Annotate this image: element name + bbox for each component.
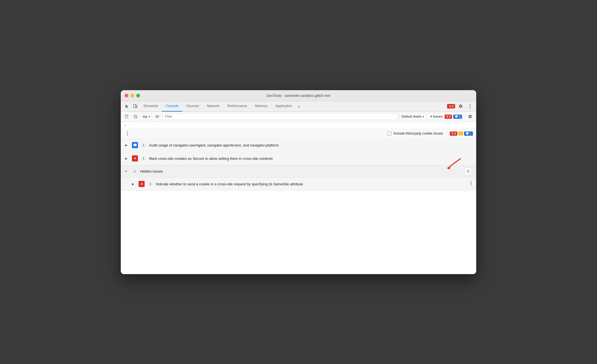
log-level-selector[interactable]: Default levels ▾ <box>400 113 426 120</box>
svg-point-7 <box>155 115 159 118</box>
svg-point-4 <box>470 107 470 108</box>
tab-application[interactable]: Application <box>271 101 296 112</box>
clear-console-button[interactable] <box>123 113 130 120</box>
devtools-window: DevTools - samesite-sandbox.glitch.me/ E… <box>121 90 476 274</box>
tab-actions: ✕ 3 <box>447 102 474 110</box>
issue-row[interactable]: ▶ 1 Audit usage of navigator.userAgent, … <box>121 139 476 152</box>
third-party-label: Include third-party cookie issues <box>393 132 443 135</box>
tab-console[interactable]: Console <box>162 101 182 112</box>
no-filter-button[interactable] <box>132 113 139 120</box>
sub-issue-text: Indicate whether to send a cookie in a c… <box>156 182 468 186</box>
svg-line-6 <box>134 115 137 118</box>
panel-error-badge: ✕ 3 <box>450 132 457 136</box>
tab-overflow-button[interactable]: » <box>296 104 302 108</box>
expand-issue-button[interactable]: ▶ <box>125 157 129 160</box>
info-issues-badge: 💬 1 <box>453 115 462 119</box>
minimize-button[interactable] <box>131 94 134 97</box>
hidden-issues-section: ▾ 2 Hidden issues <box>121 165 476 178</box>
svg-rect-0 <box>134 104 136 108</box>
cursor-icon[interactable] <box>123 102 131 110</box>
error-sub-issue-icon: ✕ <box>139 181 145 187</box>
svg-point-11 <box>127 135 128 135</box>
tabs-list: Elements Console Sources Network Perform… <box>140 101 447 112</box>
titlebar: DevTools - samesite-sandbox.glitch.me/ <box>121 90 476 101</box>
console-toolbar: top ▾ Default levels ▾ 4 Issues: ✕ 3 💬 1 <box>121 112 476 122</box>
tab-sources[interactable]: Sources <box>182 101 203 112</box>
more-options-button[interactable] <box>466 102 474 110</box>
x-icon: ✕ <box>446 115 448 118</box>
issues-more-menu-button[interactable] <box>124 130 131 137</box>
close-issues-button[interactable]: ✕ <box>469 131 472 136</box>
sub-issue-count-bubble: 2 <box>147 181 153 187</box>
svg-rect-1 <box>136 105 137 108</box>
devtools-tabs-bar: Elements Console Sources Network Perform… <box>121 101 476 112</box>
chevron-down-icon: ▾ <box>423 115 424 118</box>
chat-icon: 💬 <box>455 115 458 118</box>
x-icon: ✕ <box>451 132 454 135</box>
issue-count-bubble: 1 <box>141 142 146 148</box>
traffic-lights <box>125 94 140 97</box>
issue-text: Mark cross-site cookies as Secure to all… <box>149 156 469 161</box>
tab-memory[interactable]: Memory <box>251 101 271 112</box>
content-area: › Include third-party cookie issues ✕ 3 … <box>121 122 476 274</box>
hidden-count-bubble: 2 <box>132 169 137 174</box>
sub-issue-more-button[interactable] <box>471 181 472 187</box>
settings-button[interactable] <box>457 102 465 110</box>
error-issues-badge: ✕ 3 <box>445 115 452 119</box>
context-selector[interactable]: top ▾ <box>141 113 152 120</box>
svg-point-13 <box>471 181 471 182</box>
issue-row[interactable]: ▶ ✕ 1 Mark cross-site cookies as Secure … <box>121 152 476 165</box>
svg-point-8 <box>157 116 158 117</box>
third-party-checkbox[interactable] <box>387 132 391 135</box>
svg-point-10 <box>127 133 128 134</box>
hidden-issues-label: Hidden issues <box>140 169 462 173</box>
error-icon: ✕ <box>449 105 451 108</box>
tab-network[interactable]: Network <box>203 101 224 112</box>
expand-top-button[interactable]: › <box>121 122 476 129</box>
issues-settings-button[interactable] <box>466 113 474 120</box>
svg-point-2 <box>470 104 470 105</box>
expand-sub-issue-button[interactable]: ▶ <box>132 182 136 186</box>
maximize-button[interactable] <box>136 94 140 97</box>
issues-count-badge[interactable]: 4 Issues: ✕ 3 💬 1 <box>428 113 465 120</box>
issue-text: Audit usage of navigator.userAgent, navi… <box>149 143 472 147</box>
svg-point-14 <box>471 183 471 184</box>
filter-input[interactable] <box>162 113 398 120</box>
panel-warning-badge: 0 <box>458 132 463 135</box>
issue-count-bubble: 1 <box>141 156 146 161</box>
window-title: DevTools - samesite-sandbox.glitch.me/ <box>267 93 330 98</box>
svg-point-9 <box>127 132 128 132</box>
reload-button[interactable] <box>465 168 472 175</box>
chevron-down-icon: ▾ <box>149 115 150 118</box>
svg-point-3 <box>470 106 470 107</box>
collapse-hidden-button[interactable]: ▾ <box>125 170 129 173</box>
device-icon[interactable] <box>131 102 139 110</box>
error-count-badge[interactable]: ✕ 3 <box>447 104 455 108</box>
tab-performance[interactable]: Performance <box>224 101 251 112</box>
info-issue-icon <box>132 142 138 148</box>
issues-header-bar: Include third-party cookie issues ✕ 3 0 … <box>121 129 476 139</box>
close-button[interactable] <box>125 94 128 97</box>
error-issue-icon: ✕ <box>132 155 138 161</box>
empty-content-area <box>121 191 476 274</box>
eye-button[interactable] <box>154 113 161 120</box>
svg-point-15 <box>471 184 471 185</box>
expand-issue-button[interactable]: ▶ <box>125 143 129 147</box>
tab-elements[interactable]: Elements <box>140 101 162 112</box>
sub-issue-row[interactable]: ▶ ✕ 2 Indicate whether to send a cookie … <box>121 178 476 191</box>
